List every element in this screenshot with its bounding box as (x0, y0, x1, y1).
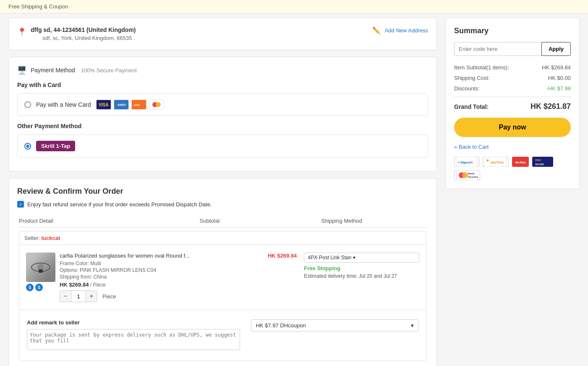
seller-header: Seller: luckcat (19, 232, 426, 245)
skrill-radio[interactable] (24, 143, 31, 150)
back-to-cart-link[interactable]: « Back to Cart (454, 144, 571, 150)
discounts-amount: -HK $7.98 (546, 85, 571, 92)
badge-s1: S (26, 284, 34, 291)
shipping-method-label: 4PX-Post Link Stan (308, 255, 351, 261)
product-image (26, 253, 55, 282)
product-shipping-from: Shipping from: China (60, 274, 261, 280)
remark-textarea[interactable] (27, 329, 240, 350)
address-card: 📍 dffg sd, 44-1234561 (United Kingdom) s… (8, 18, 437, 50)
apply-button[interactable]: Apply (541, 42, 571, 56)
amex-logo: AMEX (114, 100, 129, 110)
grand-total-row: Grand Total: HK $261.87 (454, 102, 571, 111)
qty-input[interactable]: 1 (71, 291, 86, 302)
seller-name[interactable]: luckcat (41, 235, 60, 241)
piece-label: Piece (102, 293, 116, 300)
qty-decrease-button[interactable]: − (60, 291, 71, 302)
refund-checkbox[interactable] (17, 201, 24, 208)
card-option-label: Pay with a New Card (36, 101, 91, 108)
product-inner-table: S S carfia Polarized sunglasses for wome… (24, 249, 421, 305)
svg-point-6 (156, 102, 161, 107)
skrill-logo: Skrill 1-Tap (36, 141, 75, 151)
remark-cell: Add remark to seller (25, 316, 242, 355)
address-name: dffg sd, (31, 26, 52, 33)
discover-logo: DISC (131, 100, 146, 110)
shipping-cost-amount: HK $0.00 (548, 75, 571, 81)
mastercard-securecode-badge: Master SecureCode (454, 170, 480, 180)
trust-logos: ✓digicert 🔒 GeoTrust McAfee (454, 157, 571, 180)
other-payment-option-box: Skrill 1-Tap (17, 134, 428, 158)
subtotal-cell: HK $269.84 (262, 249, 302, 305)
shipping-cost-label: Shipping Cost: (454, 75, 490, 81)
col-product: Product Detail (17, 214, 164, 228)
discounts-label: Discounts: (454, 85, 480, 92)
coupon-code-row: Apply (454, 42, 571, 56)
grand-total-label: Grand Total: (454, 103, 489, 110)
payment-title: Payment Method (31, 67, 75, 74)
shipping-method-dropdown[interactable]: 4PX-Post Link Stan ▾ (304, 253, 419, 263)
product-name: carfia Polarized sunglasses for women ov… (60, 253, 261, 259)
pay-now-button[interactable]: Pay now (454, 118, 571, 137)
svg-text:GeoTrust: GeoTrust (491, 161, 504, 164)
item-subtotal-label: Item Subtotal(1 items): (454, 64, 509, 71)
payment-icon: 🖥️ (17, 66, 26, 75)
coupon-dropdown[interactable]: HK $7.97 DHcoupon ▾ (251, 319, 418, 332)
item-subtotal-row: Item Subtotal(1 items): HK $269.84 (454, 64, 571, 71)
svg-text:🔒: 🔒 (486, 158, 489, 162)
mcafee-badge: McAfee (512, 157, 529, 167)
svg-text:McAfee: McAfee (515, 161, 526, 164)
product-row: S S carfia Polarized sunglasses for wome… (19, 245, 426, 310)
order-table: Product Detail Subtotal Shipping Method … (17, 214, 428, 363)
coupon-label: HK $7.97 DHcoupon (256, 322, 306, 329)
shipping-cell: 4PX-Post Link Stan ▾ Free Shipping Estim… (302, 249, 421, 305)
svg-text:DISC: DISC (134, 104, 140, 106)
other-payment-title: Other Payment Method (17, 123, 428, 129)
dropdown-chevron-icon: ▾ (353, 255, 355, 261)
svg-text:Master: Master (468, 172, 475, 175)
shipping-cost-row: Shipping Cost: HK $0.00 (454, 75, 571, 81)
digicert-badge: ✓digicert (454, 157, 479, 167)
mastercard-logo (149, 100, 164, 110)
remark-table: Add remark to seller HK $7.97 DHcoupon ▾ (24, 315, 421, 355)
coupon-cell: HK $7.97 DHcoupon ▾ (243, 316, 420, 355)
add-new-address-link[interactable]: Add New Address (385, 27, 428, 34)
badge-s2: S (35, 284, 43, 291)
item-subtotal-amount: HK $269.84 (542, 64, 571, 71)
col-shipping: Shipping Method (255, 214, 428, 228)
qty-increase-button[interactable]: + (86, 291, 97, 302)
review-title: Review & Confirm Your Order (17, 187, 428, 196)
payment-secure-label: 100% Secure Payment (81, 67, 137, 74)
coupon-code-input[interactable] (454, 42, 541, 56)
product-badges: S S (26, 284, 55, 291)
banner-text: Free Shipping & Coupon (8, 3, 68, 10)
visa-logo: VISA (96, 100, 111, 110)
svg-rect-9 (39, 269, 43, 273)
main-content: 📍 dffg sd, 44-1234561 (United Kingdom) s… (8, 18, 437, 366)
geotrust-badge: 🔒 GeoTrust (483, 157, 509, 167)
product-info: carfia Polarized sunglasses for women ov… (60, 253, 261, 302)
product-image-wrapper: S S (26, 253, 55, 291)
summary-card: Summary Apply Item Subtotal(1 items): HK… (445, 18, 580, 189)
product-price: HK $269.84 / Piece (60, 282, 261, 288)
edit-icon[interactable]: ✏️ (372, 26, 381, 34)
payment-card: 🖥️ Payment Method 100% Secure Payment Pa… (8, 57, 437, 171)
svg-text:✓digicert: ✓digicert (457, 161, 473, 164)
delivery-time: Estimated delivery time: Jul 20 and Jul … (304, 273, 419, 279)
discounts-row: Discounts: -HK $7.98 (454, 85, 571, 92)
card-logos: VISA AMEX DISC (96, 100, 164, 110)
address-phone: 44-1234561 (United Kingdom) (53, 26, 136, 33)
address-detail: sdf, sc, York, United Kingdom, 66535 . (42, 35, 136, 41)
product-detail-cell: S S carfia Polarized sunglasses for wome… (24, 249, 262, 305)
coupon-chevron-icon: ▾ (411, 322, 414, 329)
product-frame-color: Frame Color: Multi (60, 261, 261, 266)
card-section-title: Pay with a Card (17, 82, 428, 88)
product-options: Options: PINK FLASH MIRROR LENS C04 (60, 267, 261, 273)
visa-secure-badge: VISA SECURE (532, 157, 553, 167)
card-option-box: Pay with a New Card VISA AMEX (17, 93, 428, 116)
location-icon: 📍 (17, 27, 26, 37)
review-card: Review & Confirm Your Order Enjoy fast r… (8, 178, 437, 366)
sidebar: Summary Apply Item Subtotal(1 items): HK… (445, 18, 580, 366)
card-radio[interactable] (24, 101, 31, 108)
top-banner: Free Shipping & Coupon (0, 0, 588, 13)
summary-divider (454, 97, 571, 97)
remark-label: Add remark to seller (27, 319, 240, 326)
